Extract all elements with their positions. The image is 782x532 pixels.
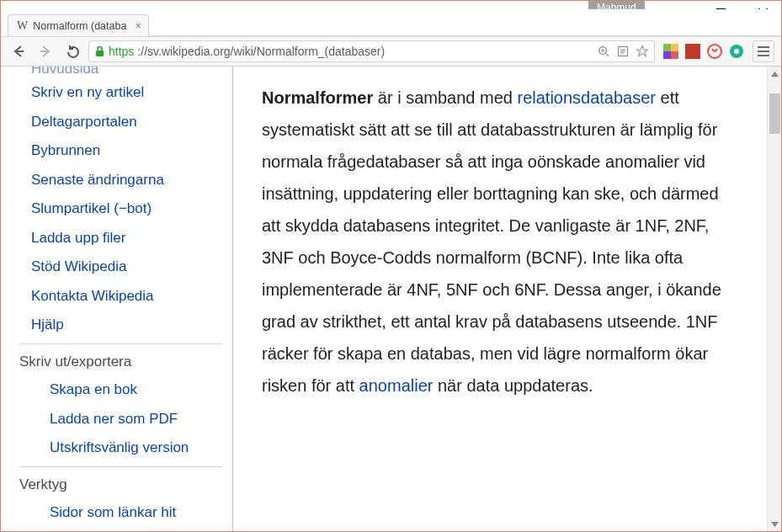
sidebar-section-tools: Verktyg xyxy=(16,467,232,499)
sidebar-link[interactable]: Slumpartikel (−bot) xyxy=(16,194,232,224)
address-bar-actions xyxy=(598,45,649,58)
svg-rect-18 xyxy=(671,51,678,59)
svg-rect-19 xyxy=(685,44,700,59)
scroll-thumb[interactable] xyxy=(769,93,780,134)
sidebar-link[interactable]: Utskriftsvänlig version xyxy=(16,434,232,463)
reader-icon[interactable] xyxy=(617,45,629,57)
article-body: Normalformer är i samband med relationsd… xyxy=(237,66,767,531)
sidebar-section-print: Skriv ut/exportera xyxy=(16,344,232,376)
wiki-link-relationsdatabaser[interactable]: relationsdatabaser xyxy=(517,88,656,107)
sidebar-link[interactable]: Hjälp xyxy=(16,311,232,340)
svg-rect-17 xyxy=(663,51,671,59)
article-text: ett systematiskt sätt att se till att da… xyxy=(262,88,721,395)
bookmark-star-icon[interactable] xyxy=(636,45,649,58)
tab-close-icon[interactable]: × xyxy=(135,19,141,32)
svg-rect-15 xyxy=(663,44,671,51)
sidebar-link[interactable]: Stöd Wikipedia xyxy=(16,253,232,282)
wiki-link-anomalier[interactable]: anomalier xyxy=(359,376,434,395)
sidebar-link[interactable]: Kontakta Wikipedia xyxy=(16,282,232,311)
sidebar-link[interactable]: Sidor som länkar hit xyxy=(16,498,232,528)
window-titlebar: Mahmud xyxy=(1,1,781,9)
tab-strip: W Normalform (databa × xyxy=(1,9,781,36)
zoom-icon[interactable] xyxy=(598,45,610,58)
lead-bold: Normalformer xyxy=(262,88,373,107)
sidebar-link[interactable]: Ladda upp filer xyxy=(16,224,232,253)
extension-icon-3[interactable] xyxy=(707,44,722,59)
article-text: är i samband med xyxy=(373,88,517,107)
sidebar-link[interactable]: Skapa en bok xyxy=(16,375,232,405)
sidebar-link[interactable]: Bybrunnen xyxy=(16,136,232,166)
svg-line-8 xyxy=(605,53,609,56)
browser-toolbar: https://sv.wikipedia.org/wiki/Normalform… xyxy=(1,36,781,66)
extension-icon-4[interactable] xyxy=(729,44,744,59)
forward-button[interactable] xyxy=(35,40,56,62)
article-paragraph: Normalformer är i samband med relationsd… xyxy=(262,82,738,402)
url-path: ://sv.wikipedia.org/wiki/Normalform_(dat… xyxy=(137,45,385,58)
browser-tab[interactable]: W Normalform (databa × xyxy=(8,14,149,36)
svg-rect-16 xyxy=(671,44,678,51)
wiki-sidebar: Huvudsida Skriv en ny artikel Deltagarpo… xyxy=(1,66,232,531)
scroll-up-arrow[interactable] xyxy=(768,66,782,81)
svg-point-22 xyxy=(734,49,739,54)
content-area: Huvudsida Skriv en ny artikel Deltagarpo… xyxy=(1,66,781,531)
wikipedia-favicon: W xyxy=(17,19,28,33)
vertical-scrollbar[interactable] xyxy=(767,66,781,531)
address-bar[interactable]: https://sv.wikipedia.org/wiki/Normalform… xyxy=(88,40,655,62)
sidebar-link[interactable]: Deltagarportalen xyxy=(16,108,232,137)
extension-icon-2[interactable] xyxy=(685,44,700,59)
extension-icon-1[interactable] xyxy=(663,44,678,59)
lock-icon xyxy=(94,45,105,57)
sidebar-link[interactable]: Ladda ner som PDF xyxy=(16,405,232,434)
vertical-divider xyxy=(232,66,233,531)
sidebar-link[interactable]: Senaste ändringarna xyxy=(16,166,232,195)
scroll-down-arrow[interactable] xyxy=(768,517,782,531)
reload-button[interactable] xyxy=(61,40,83,62)
page: Huvudsida Skriv en ny artikel Deltagarpo… xyxy=(1,66,767,531)
svg-rect-6 xyxy=(96,51,104,56)
browser-menu-button[interactable] xyxy=(753,40,774,62)
article-text: när data uppdateras. xyxy=(433,376,593,395)
tab-title: Normalform (databa xyxy=(33,20,126,32)
back-button[interactable] xyxy=(8,40,29,62)
url-scheme: https xyxy=(109,45,134,58)
sidebar-link-truncated[interactable]: Huvudsida xyxy=(16,66,232,77)
sidebar-link[interactable]: Skriv en ny artikel xyxy=(16,78,232,108)
extension-icons xyxy=(660,44,747,59)
tab-strip-spacer xyxy=(149,14,781,36)
